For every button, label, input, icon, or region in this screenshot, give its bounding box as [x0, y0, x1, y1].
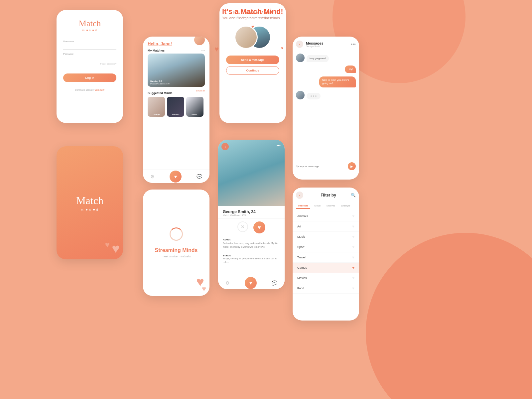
- username-label: Username: [63, 40, 116, 43]
- heart-movies[interactable]: ♥: [352, 276, 354, 280]
- heart-animals[interactable]: ♥: [352, 214, 354, 218]
- matches-nav-bar: ⚙ ♥ 💬: [143, 170, 209, 183]
- typing-dot-1: [311, 95, 312, 97]
- heart-sport[interactable]: ♥: [352, 245, 354, 249]
- thomas-name: Thomas: [167, 113, 184, 115]
- splash-dot-2: [93, 209, 95, 210]
- send-message-button[interactable]: Send a message: [226, 56, 279, 64]
- profile-about: About Bartender, love cats, long walks o…: [218, 236, 285, 251]
- profile-nav-bar: ⚙ ♥ 💬: [218, 276, 285, 289]
- login-form: Username Password Forgot password? Log I…: [57, 37, 123, 94]
- username-input[interactable]: [63, 45, 116, 50]
- matches-menu-dots[interactable]: •••: [201, 49, 205, 53]
- bg-decoration-bottom: [366, 233, 532, 399]
- splash-heart-deco2: ♥: [105, 240, 110, 249]
- username-field: Username: [63, 40, 116, 50]
- filter-title: Filter by: [306, 193, 351, 198]
- profile-mind-level: Match Mind level: 96%: [223, 214, 280, 216]
- filter-back-button[interactable]: ‹: [296, 192, 303, 199]
- join-now-link[interactable]: Join now: [95, 89, 104, 91]
- chat-message-3: Nice to meet you. How's going on?: [296, 76, 356, 87]
- heart-corner-icon: ♥: [281, 46, 283, 51]
- profile-back-button[interactable]: ‹: [221, 143, 229, 150]
- typing-dot-3: [315, 95, 317, 97]
- filter-item-games[interactable]: Games ♥: [293, 263, 359, 273]
- suggested-title: Suggested Minds: [148, 91, 173, 95]
- hero-title: It's a Match Mind!: [222, 7, 283, 16]
- continue-button[interactable]: Continue: [226, 66, 279, 75]
- filter-item-music[interactable]: Music ♥: [293, 232, 359, 242]
- login-logo: Match: [79, 19, 101, 28]
- filter-item-art[interactable]: Art ♥: [293, 221, 359, 232]
- filter-search-icon[interactable]: 🔍: [351, 193, 356, 198]
- screen-filter: ‹ Filter by 🔍 Interests Mood Motives Lif…: [293, 188, 359, 321]
- status-text: Single, looking for people who also like…: [223, 257, 280, 264]
- messages-subtitle: George Smith: [306, 45, 351, 48]
- login-logo-area: Match m n d: [57, 10, 123, 37]
- profile-chat-icon[interactable]: 💬: [272, 280, 277, 286]
- filter-item-movies[interactable]: Movies ♥: [293, 273, 359, 283]
- featured-match-card[interactable]: Kevin, 26 Match Mind level: 89%: [148, 54, 205, 87]
- profile-heart-nav[interactable]: ♥: [245, 277, 257, 289]
- message-input[interactable]: [296, 165, 348, 168]
- match-name: Kevin, 26: [150, 80, 170, 83]
- match-level: Match Mind level: 89%: [150, 83, 170, 85]
- screen-login: Match m n d Username Password Forgot pas…: [57, 10, 123, 123]
- jonathan-name: Jonati...: [186, 113, 203, 115]
- status-title: Status: [223, 254, 280, 257]
- chat-input-row: ▶: [293, 160, 359, 172]
- send-button[interactable]: ▶: [348, 162, 356, 170]
- chat-bubble-1: Hey gorgeous!: [307, 55, 329, 63]
- chat-icon[interactable]: 💬: [197, 174, 202, 179]
- heart-travel[interactable]: ♥: [352, 255, 354, 260]
- messages-back-button[interactable]: ‹: [296, 41, 303, 48]
- screen-matches: Hello, Jane! My Matches ••• Kevin, 26 Ma…: [143, 37, 209, 183]
- deco-heart-1: ♥: [214, 45, 219, 54]
- chat-message-1: Hey gorgeous!: [296, 54, 356, 62]
- screen-splash: Match m n d ♥ ♥: [57, 146, 123, 259]
- profile-info-bar: George Smith, 24 Match Mind level: 96%: [218, 206, 285, 219]
- chat-area: Hey gorgeous! Hey! Nice to meet you. How…: [293, 50, 359, 160]
- tab-interests[interactable]: Interests: [296, 203, 310, 209]
- like-button[interactable]: ♥: [253, 221, 265, 233]
- suggested-thomas[interactable]: Thomas: [167, 97, 184, 117]
- suggested-jonathan[interactable]: Jonati...: [186, 97, 203, 117]
- messages-menu-dots[interactable]: •••: [351, 42, 356, 47]
- show-all-link[interactable]: Show all: [196, 89, 205, 92]
- filter-item-food[interactable]: Food ♥: [293, 283, 359, 294]
- login-button[interactable]: Log In: [63, 73, 116, 82]
- match-card-info: Kevin, 26 Match Mind level: 89%: [150, 80, 170, 85]
- tab-motives[interactable]: Motives: [325, 203, 337, 209]
- chat-bubble-3: Nice to meet you. How's going on?: [319, 76, 356, 87]
- heart-art[interactable]: ♥: [352, 224, 354, 229]
- my-matches-title: My Matches: [148, 49, 205, 52]
- splash-tagline: m n d: [81, 208, 99, 211]
- password-field: Password Forgot password?: [63, 53, 116, 65]
- filter-item-travel[interactable]: Travel ♥: [293, 252, 359, 263]
- tab-lifestyle[interactable]: Lifestyle: [339, 203, 352, 209]
- heart-food[interactable]: ♥: [352, 286, 354, 291]
- typing-indicator: [311, 95, 317, 97]
- screen-streaming: Streaming Minds meet similar mindsets ♥ …: [143, 190, 209, 296]
- filter-item-animals[interactable]: Animals ♥: [293, 211, 359, 221]
- heart-music[interactable]: ♥: [352, 234, 354, 239]
- filter-item-sport[interactable]: Sport ♥: [293, 242, 359, 252]
- profile-menu-dots[interactable]: •••: [276, 144, 281, 148]
- profile-filter-icon[interactable]: ⚙: [225, 280, 230, 286]
- password-label: Password: [63, 53, 116, 55]
- typing-dot-2: [313, 95, 314, 97]
- forgot-password-link[interactable]: Forgot password?: [63, 63, 116, 65]
- tab-mood[interactable]: Mood: [312, 203, 323, 209]
- messages-title: Messages: [306, 41, 351, 45]
- splash-dot-1: [86, 209, 87, 210]
- screen-messages: ‹ Messages George Smith ••• Hey gorgeous…: [293, 37, 359, 180]
- filter-icon[interactable]: ⚙: [150, 174, 155, 179]
- heart-nav-button[interactable]: ♥: [170, 171, 182, 183]
- hero-text-area: It's a Match Mind! You and George have s…: [222, 7, 283, 20]
- filter-list: Animals ♥ Art ♥ Music ♥ Sport ♥ Travel ♥…: [293, 211, 359, 294]
- hero-subtitle: You and George have similar minds: [222, 16, 283, 20]
- heart-games[interactable]: ♥: [352, 265, 354, 270]
- dislike-button[interactable]: ✕: [237, 221, 248, 232]
- suggested-george[interactable]: George: [148, 97, 165, 117]
- password-input[interactable]: [63, 58, 116, 62]
